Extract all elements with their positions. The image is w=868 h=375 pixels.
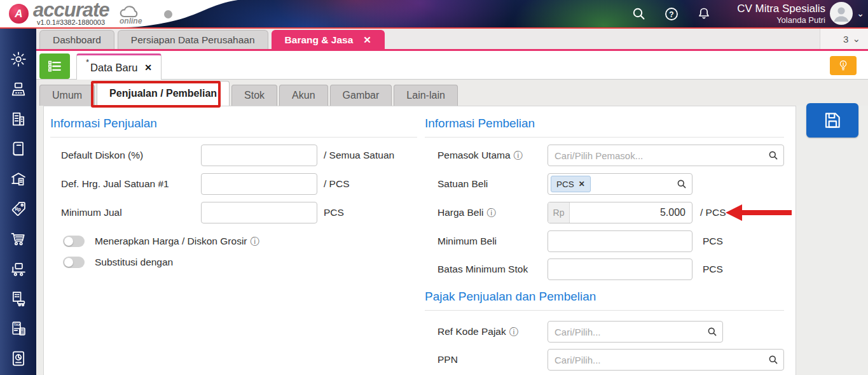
account-menu-chevron-icon[interactable]: ⌄	[857, 10, 864, 17]
ppn-field	[548, 349, 784, 371]
report-pie-chart-icon[interactable]	[10, 350, 27, 367]
svg-text:Rp: Rp	[15, 207, 20, 212]
info-icon[interactable]: ⓘ	[514, 150, 523, 160]
app-screen: A accurate online v1.0.1#3382-1880003 ? …	[0, 0, 868, 375]
suffix-pcs-batas: PCS	[703, 258, 723, 280]
close-tab-icon[interactable]: ✕	[363, 34, 371, 46]
label-ppn: PPN	[437, 349, 458, 371]
satuan-chip-pcs[interactable]: PCS✕	[551, 176, 591, 192]
subtab-lain-lain[interactable]: Lain-lain	[394, 85, 457, 106]
label-ref-kode-pajak: Ref Kode Pajakⓘ	[437, 321, 518, 343]
info-icon[interactable]: ⓘ	[251, 236, 259, 246]
book-icon[interactable]	[10, 140, 27, 158]
remove-chip-icon[interactable]: ✕	[579, 180, 585, 188]
ppn-input[interactable]	[548, 349, 784, 371]
asset-building-car-icon[interactable]	[10, 290, 27, 308]
brand-online-label: online	[120, 17, 142, 25]
user-avatar[interactable]	[830, 2, 853, 25]
document-toolbar: * Data Baru ✕	[36, 51, 868, 80]
minimum-jual-input[interactable]	[201, 202, 317, 223]
section-title-pembelian: Informasi Pembelian	[425, 117, 784, 138]
currency-prefix: Rp	[548, 202, 570, 223]
company-name: CV Mitra Spesialis	[737, 2, 825, 15]
info-icon[interactable]: ⓘ	[509, 327, 518, 337]
header-dot	[164, 10, 172, 18]
subtab-gambar[interactable]: Gambar	[330, 85, 392, 106]
label-minimum-beli: Minimum Beli	[437, 230, 497, 252]
tax-document-icon[interactable]: TAX	[10, 320, 27, 337]
form-panel: Informasi Penjualan Default Diskon (%) /…	[43, 106, 796, 375]
bank-store-icon[interactable]	[10, 170, 27, 188]
default-diskon-input[interactable]	[201, 145, 317, 166]
list-view-button[interactable]	[39, 53, 70, 79]
label-batas-minimum-stok: Batas Minimum Stok	[437, 258, 528, 280]
accurate-logo-icon: A	[9, 4, 29, 24]
satuan-beli-field: PCS✕	[548, 173, 692, 195]
tab-dashboard[interactable]: Dashboard	[39, 30, 114, 49]
unsaved-indicator: *	[86, 57, 89, 67]
settings-icon[interactable]	[10, 50, 27, 68]
cash-register-icon[interactable]	[10, 80, 27, 98]
delivery-handtruck-icon[interactable]	[10, 260, 27, 278]
info-icon[interactable]: ⓘ	[486, 208, 495, 218]
label-def-hrg-jual: Def. Hrg. Jual Satuan #1	[61, 173, 169, 195]
chevron-down-icon: ⌄	[852, 36, 860, 41]
minimum-beli-input[interactable]	[548, 230, 692, 252]
notifications-bell-icon[interactable]	[696, 6, 712, 22]
suffix-per-pcs-beli: / PCS	[700, 202, 726, 223]
toggle-substitusi[interactable]	[63, 257, 85, 268]
shopping-cart-icon[interactable]	[10, 230, 27, 248]
subtab-penjualan-pembelian[interactable]: Penjualan / Pembelian	[97, 81, 230, 106]
label-default-diskon: Default Diskon (%)	[61, 145, 143, 166]
user-name: Yolanda Putri	[737, 15, 825, 25]
ref-kode-pajak-field	[548, 321, 723, 343]
label-satuan-beli: Satuan Beli	[437, 173, 488, 195]
close-doc-tab-icon[interactable]: ✕	[144, 62, 152, 73]
save-button[interactable]	[806, 103, 858, 138]
subtab-akun[interactable]: Akun	[279, 85, 327, 106]
svg-text:?: ?	[669, 10, 673, 19]
search-icon[interactable]	[768, 355, 778, 365]
batas-minimum-stok-input[interactable]	[548, 258, 692, 280]
subtab-stok[interactable]: Stok	[231, 85, 277, 106]
search-icon[interactable]	[768, 150, 778, 160]
suffix-per-pcs-jual: / PCS	[324, 173, 349, 195]
toggle-harga-diskon-grosir[interactable]	[63, 236, 85, 247]
pemasok-field	[548, 145, 784, 166]
ref-kode-pajak-input[interactable]	[548, 321, 723, 343]
top-header: A accurate online v1.0.1#3382-1880003 ? …	[0, 0, 868, 27]
suffix-pcs-jual: PCS	[324, 202, 344, 223]
search-icon[interactable]	[631, 6, 647, 22]
form-sub-tabs: Umum Penjualan / Pembelian Stok Akun Gam…	[36, 80, 868, 106]
suffix-pcs-min-beli: PCS	[703, 230, 723, 252]
label-toggle-grosir: Menerapkan Harga / Diskon Grosirⓘ	[95, 234, 259, 249]
svg-text:TAX: TAX	[13, 323, 20, 327]
help-icon[interactable]: ?	[664, 6, 679, 22]
lightbulb-icon	[837, 59, 850, 72]
tips-button[interactable]	[830, 56, 857, 75]
harga-beli-field: Rp	[548, 202, 692, 223]
label-minimum-jual: Minimum Jual	[61, 202, 122, 223]
tab-barang-jasa[interactable]: Barang & Jasa ✕	[272, 30, 385, 49]
search-icon[interactable]	[707, 327, 717, 337]
search-icon[interactable]	[677, 179, 687, 189]
company-block: CV Mitra Spesialis Yolanda Putri	[737, 2, 825, 25]
section-title-penjualan: Informasi Penjualan	[50, 117, 417, 138]
sidebar: Rp TAX	[0, 29, 36, 375]
tab-overflow-dropdown[interactable]: 3 ⌄	[820, 29, 868, 49]
suffix-semua-satuan: / Semua Satuan	[324, 145, 394, 166]
label-toggle-substitusi: Substitusi dengan	[95, 255, 173, 270]
pemasok-input[interactable]	[548, 145, 784, 166]
price-tag-rp-icon[interactable]: Rp	[10, 200, 27, 218]
subtab-umum[interactable]: Umum	[39, 85, 95, 106]
tab-persiapan-data-perusahaan[interactable]: Persiapan Data Perusahaan	[118, 30, 268, 49]
main-tab-bar: Dashboard Persiapan Data Perusahaan Bara…	[36, 29, 868, 51]
list-icon	[46, 58, 63, 74]
annotation-arrow	[726, 204, 792, 221]
company-building-icon[interactable]	[10, 110, 27, 128]
doc-tab-data-baru[interactable]: * Data Baru ✕	[76, 53, 162, 80]
label-pemasok-utama: Pemasok Utamaⓘ	[437, 145, 523, 166]
def-hrg-jual-input[interactable]	[201, 173, 317, 195]
app-version: v1.0.1#3382-1880003	[37, 18, 105, 26]
section-title-pajak: Pajak Penjualan dan Pembelian	[425, 290, 784, 311]
